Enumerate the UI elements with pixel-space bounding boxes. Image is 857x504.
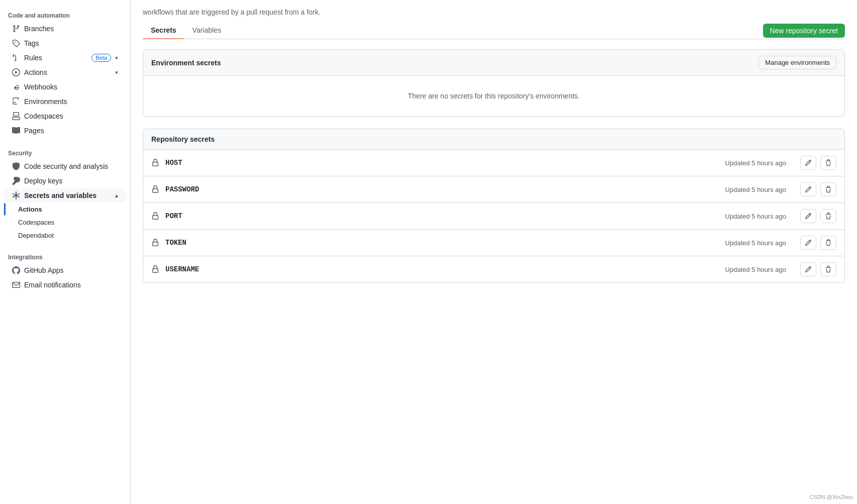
delete-secret-button[interactable] [820,262,836,276]
shield-icon [12,162,20,170]
sidebar-item-branches[interactable]: Branches [4,22,126,36]
email-icon [12,281,20,289]
sidebar: Code and automation Branches Tags Rules … [0,0,131,504]
environment-secrets-section: Environment secrets Manage environments … [143,49,845,117]
secret-name: USERNAME [165,265,719,273]
sidebar-section-security: Security Code security and analysis Depl… [0,146,130,242]
branch-icon [12,25,20,33]
tabs-left: Secrets Variables [143,22,229,39]
sidebar-item-label-branches: Branches [24,25,118,33]
sidebar-item-actions[interactable]: Actions ▾ [4,65,126,79]
actions-chevron-icon: ▾ [115,69,118,76]
secret-name: PORT [165,212,719,220]
lock-icon [151,239,159,247]
sidebar-item-webhooks[interactable]: Webhooks [4,80,126,94]
sidebar-item-tags[interactable]: Tags [4,36,126,50]
sidebar-item-label-email-notifications: Email notifications [24,281,118,289]
sidebar-section-label-integrations: Integrations [0,250,130,263]
top-description: workflows that are triggered by a pull r… [143,0,845,22]
tab-variables[interactable]: Variables [184,22,229,39]
sidebar-item-rules[interactable]: Rules Beta ▾ [4,51,126,65]
lock-icon [151,212,159,220]
sidebar-sub-item-actions[interactable]: Actions [14,203,126,216]
repository-secrets-section: Repository secrets HOST Updated 5 hours … [143,129,845,283]
table-row: USERNAME Updated 5 hours ago [143,256,844,282]
sidebar-item-email-notifications[interactable]: Email notifications [4,278,126,292]
sidebar-item-secrets-variables[interactable]: Secrets and variables ▴ [4,188,126,203]
secret-name: PASSWORD [165,185,719,193]
lock-icon [151,265,159,273]
secret-actions [800,209,836,223]
repository-secrets-header: Repository secrets [143,129,844,150]
sidebar-item-label-github-apps: GitHub Apps [24,266,118,274]
table-row: PASSWORD Updated 5 hours ago [143,176,844,203]
tabs-row: Secrets Variables New repository secret [143,22,845,39]
sidebar-item-label-webhooks: Webhooks [24,83,118,91]
sidebar-item-github-apps[interactable]: GitHub Apps [4,263,126,277]
sidebar-sub-item-codespaces[interactable]: Codespaces [14,216,126,229]
manage-environments-button[interactable]: Manage environments [758,56,836,69]
table-row: HOST Updated 5 hours ago [143,150,844,176]
lock-icon [151,159,159,167]
delete-secret-button[interactable] [820,182,836,196]
main-content: workflows that are triggered by a pull r… [131,0,857,504]
key-icon [12,177,20,185]
environment-secrets-empty: There are no secrets for this repository… [143,76,844,116]
secrets-sub-items: Actions Codespaces Dependabot [14,203,130,242]
sidebar-section-integrations: Integrations GitHub Apps Email notificat… [0,250,130,292]
sidebar-item-code-security[interactable]: Code security and analysis [4,159,126,173]
edit-secret-button[interactable] [800,236,816,250]
secret-updated: Updated 5 hours ago [725,186,786,193]
secrets-chevron-icon: ▴ [115,192,118,199]
edit-secret-button[interactable] [800,156,816,170]
new-repository-secret-button[interactable]: New repository secret [763,24,845,38]
sidebar-section-label-code-automation: Code and automation [0,8,130,21]
delete-secret-button[interactable] [820,236,836,250]
actions-icon [12,68,20,76]
delete-secret-button[interactable] [820,209,836,223]
lock-icon [151,185,159,193]
sidebar-item-codespaces[interactable]: Codespaces [4,109,126,123]
sidebar-item-label-deploy-keys: Deploy keys [24,177,118,185]
secret-name: HOST [165,159,719,167]
asterisk-icon [12,191,20,199]
sidebar-item-pages[interactable]: Pages [4,124,126,138]
sidebar-item-label-secrets-variables: Secrets and variables [24,191,111,199]
rules-chevron-icon: ▾ [115,55,118,61]
secret-actions [800,182,836,196]
edit-secret-button[interactable] [800,209,816,223]
beta-badge: Beta [91,54,111,62]
secrets-list: HOST Updated 5 hours ago PASSWORD Update… [143,150,844,282]
secret-actions [800,236,836,250]
sidebar-item-label-actions: Actions [24,68,111,76]
sidebar-sub-item-label-dependabot: Dependabot [18,232,118,239]
sidebar-item-environments[interactable]: Environments [4,94,126,109]
sidebar-item-label-codespaces: Codespaces [24,112,118,120]
sidebar-item-label-pages: Pages [24,127,118,135]
delete-secret-button[interactable] [820,156,836,170]
secret-actions [800,156,836,170]
sidebar-item-label-rules: Rules [24,54,87,62]
secret-updated: Updated 5 hours ago [725,213,786,220]
sidebar-item-label-environments: Environments [24,97,118,106]
environment-secrets-title: Environment secrets [151,59,221,67]
github-apps-icon [12,266,20,274]
codespaces-icon [12,112,20,120]
tab-secrets[interactable]: Secrets [143,22,184,39]
environments-icon [12,97,20,106]
secret-name: TOKEN [165,239,719,247]
secret-actions [800,262,836,276]
secret-updated: Updated 5 hours ago [725,159,786,167]
sidebar-item-label-code-security: Code security and analysis [24,162,118,170]
table-row: PORT Updated 5 hours ago [143,203,844,230]
secret-updated: Updated 5 hours ago [725,266,786,273]
edit-secret-button[interactable] [800,262,816,276]
sidebar-item-deploy-keys[interactable]: Deploy keys [4,174,126,188]
secret-updated: Updated 5 hours ago [725,239,786,247]
tag-icon [12,39,20,47]
sidebar-item-label-tags: Tags [24,39,118,47]
sidebar-sub-item-dependabot[interactable]: Dependabot [14,229,126,242]
edit-secret-button[interactable] [800,182,816,196]
sidebar-sub-item-label-codespaces: Codespaces [18,219,118,226]
webhook-icon [12,83,20,91]
